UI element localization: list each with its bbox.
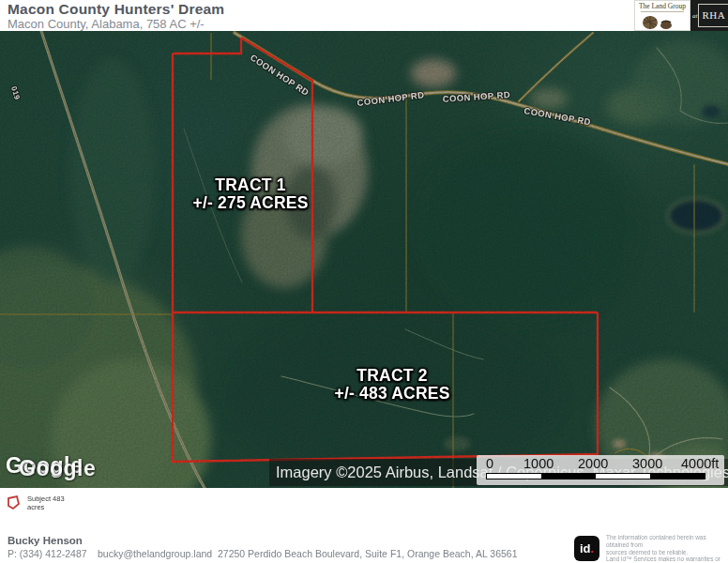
google-logo-ghost: Google <box>19 456 96 481</box>
google-watermark[interactable]: Google Google <box>6 453 156 485</box>
tract1-name: TRACT 1 <box>180 176 321 194</box>
legend-label: Subject 483 acres <box>27 495 65 511</box>
land-listing-map-page: Macon County Hunters' Dream Macon County… <box>0 0 728 563</box>
legend-item-subject: Subject 483 acres <box>6 495 65 511</box>
scale-tick-4000ft: 4000ft <box>681 456 719 471</box>
header-logos: The Land Group at RHA <box>634 0 728 31</box>
tract2-name: TRACT 2 <box>308 367 477 385</box>
tract2-acres: +/- 483 ACRES <box>308 385 477 403</box>
legend: Subject 483 acres <box>0 488 728 525</box>
disclaimer: The information contained herein was obt… <box>606 534 726 563</box>
subject-polygon-icon <box>6 495 21 510</box>
land-id-logo: id. <box>574 536 599 561</box>
scale-tick-2000: 2000 <box>578 456 608 471</box>
tract1-label: TRACT 1 +/- 275 ACRES <box>180 176 321 212</box>
header: Macon County Hunters' Dream Macon County… <box>0 0 728 31</box>
pinecone-icon <box>641 13 678 30</box>
page-subtitle: Macon County, Alabama, 758 AC +/- <box>8 18 224 31</box>
scale-tick-0: 0 <box>486 456 493 471</box>
footer: Bucky Henson P: (334) 412-2487 bucky@the… <box>0 530 728 563</box>
agent-email[interactable]: bucky@thelandgroup.land <box>98 548 212 559</box>
header-titles: Macon County Hunters' Dream Macon County… <box>0 0 224 31</box>
forest-texture <box>0 31 728 488</box>
scale-tick-1000: 1000 <box>523 456 554 471</box>
tract1-acres: +/- 275 ACRES <box>180 194 321 212</box>
scale-track <box>486 473 705 479</box>
scale-labels: 0 1000 2000 3000 4000ft <box>477 455 724 470</box>
tract2-label: TRACT 2 +/- 483 ACRES <box>308 367 477 403</box>
scale-tick-3000: 3000 <box>632 456 662 471</box>
agent-phone: P: (334) 412-2487 <box>8 548 87 559</box>
map-overlay: COON HOP RD COON HOP RD COON HOP RD COON… <box>0 31 728 488</box>
map-canvas[interactable]: COON HOP RD COON HOP RD COON HOP RD COON… <box>0 31 728 488</box>
rha-logo: at RHA <box>690 0 728 31</box>
agent-name: Bucky Henson <box>8 535 83 546</box>
scale-bar: 0 1000 2000 3000 4000ft <box>477 455 724 485</box>
rha-logo-text: RHA <box>698 4 728 27</box>
land-group-logo: The Land Group <box>634 0 690 31</box>
land-group-logo-rule <box>641 11 684 12</box>
land-group-logo-text: The Land Group <box>635 2 690 10</box>
rha-logo-at: at <box>692 12 697 20</box>
page-title: Macon County Hunters' Dream <box>8 2 224 17</box>
agent-address: 27250 Perdido Beach Boulevard, Suite F1,… <box>218 548 518 559</box>
